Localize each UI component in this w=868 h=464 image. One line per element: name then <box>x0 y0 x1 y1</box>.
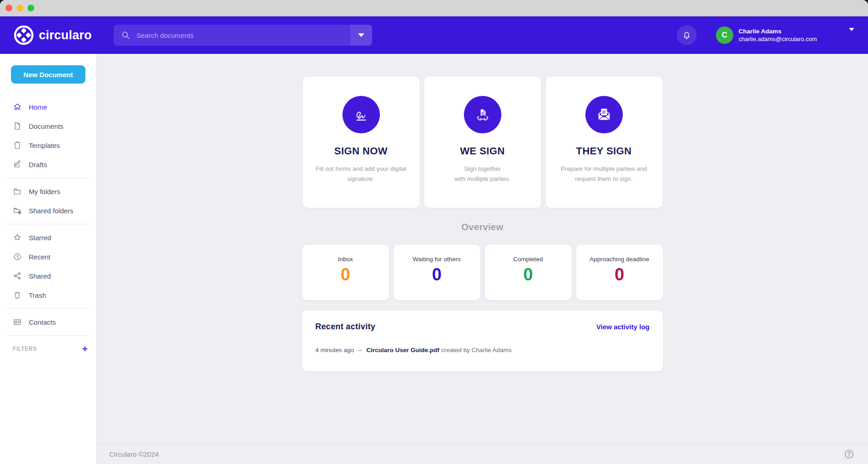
clock-icon <box>13 252 22 261</box>
action-title: SIGN NOW <box>334 145 388 157</box>
stat-label: Waiting for others <box>413 256 461 263</box>
brand-name: circularo <box>39 28 92 42</box>
help-icon[interactable] <box>844 449 854 459</box>
action-description: Sign together with multiple parties. <box>454 164 510 184</box>
avatar: C <box>716 26 733 44</box>
sidebar-nav: Home Documents Templates Drafts M <box>0 97 96 353</box>
stat-value: 0 <box>341 265 350 285</box>
view-activity-log-link[interactable]: View activity log <box>596 323 649 331</box>
stat-completed[interactable]: Completed 0 <box>485 245 572 300</box>
signature-icon <box>342 96 380 133</box>
trash-icon <box>13 290 22 300</box>
brand-logo[interactable]: circularo <box>14 25 92 45</box>
sidebar-item-label: Contacts <box>29 318 56 326</box>
id-card-icon <box>13 317 22 327</box>
stat-value: 0 <box>432 265 442 285</box>
folder-icon <box>13 187 22 196</box>
activity-separator: – <box>358 347 362 353</box>
sidebar-item-label: Drafts <box>29 161 47 169</box>
home-icon <box>13 102 22 111</box>
sidebar-divider <box>6 335 90 336</box>
search-scope-dropdown[interactable] <box>350 25 372 46</box>
share-icon <box>13 271 22 280</box>
star-icon <box>13 233 22 242</box>
sidebar-divider <box>6 178 90 178</box>
circularo-logo-icon <box>14 25 34 45</box>
chevron-down-icon <box>849 31 854 39</box>
edit-icon <box>13 160 22 169</box>
stat-approaching-deadline[interactable]: Approaching deadline 0 <box>576 245 663 300</box>
user-name: Charlie Adams <box>739 27 817 36</box>
new-document-button[interactable]: New Document <box>11 65 85 84</box>
main-area: SIGN NOW Fill out forms and add your dig… <box>97 54 868 464</box>
sidebar-item-templates[interactable]: Templates <box>0 136 96 155</box>
they-sign-card[interactable]: THEY SIGN Prepare for multiple parties a… <box>546 77 663 208</box>
sidebar-item-starred[interactable]: Starred <box>0 228 96 247</box>
sidebar-item-recent[interactable]: Recent <box>0 247 96 266</box>
we-sign-card[interactable]: WE SIGN Sign together with multiple part… <box>424 77 541 208</box>
sidebar-item-my-folders[interactable]: My folders <box>0 182 96 201</box>
recent-activity-title: Recent activity <box>316 322 376 332</box>
close-window-button[interactable] <box>5 5 12 11</box>
sidebar-item-home[interactable]: Home <box>0 97 96 116</box>
clipboard-icon <box>13 141 22 150</box>
sidebar-item-shared[interactable]: Shared <box>0 266 96 285</box>
add-filter-button[interactable]: + <box>82 344 88 353</box>
sidebar-divider <box>6 308 90 309</box>
shared-folder-icon <box>13 206 22 215</box>
hands-document-icon <box>464 96 501 133</box>
activity-time: 4 minutes ago <box>316 347 354 353</box>
stat-inbox[interactable]: Inbox 0 <box>302 245 389 300</box>
filters-section: FILTERS + <box>0 339 96 353</box>
notifications-button[interactable] <box>677 25 697 45</box>
recent-activity-card: Recent activity View activity log 4 minu… <box>302 311 663 371</box>
overview-title: Overview <box>461 222 503 232</box>
sidebar: New Document Home Documents Templates Dr… <box>0 54 97 464</box>
sidebar-item-label: Shared folders <box>29 207 74 215</box>
sign-now-card[interactable]: SIGN NOW Fill out forms and add your dig… <box>303 77 420 208</box>
filters-label: FILTERS <box>13 346 37 352</box>
sidebar-item-label: Shared <box>29 272 51 280</box>
sidebar-item-label: Recent <box>29 253 51 261</box>
sidebar-item-label: Trash <box>29 291 46 299</box>
sidebar-item-documents[interactable]: Documents <box>0 116 96 136</box>
search-bar <box>114 25 372 46</box>
search-icon <box>121 31 130 40</box>
sidebar-item-trash[interactable]: Trash <box>0 285 96 305</box>
sidebar-divider <box>6 224 90 224</box>
stat-waiting-for-others[interactable]: Waiting for others 0 <box>394 245 480 300</box>
minimize-window-button[interactable] <box>16 5 23 11</box>
app-header: circularo C C <box>0 16 868 54</box>
stat-label: Completed <box>513 256 543 263</box>
overview-stats: Inbox 0 Waiting for others 0 Completed 0… <box>302 245 663 300</box>
footer: Circularo ©2024 <box>97 444 868 464</box>
copyright-text: Circularo ©2024 <box>109 450 159 458</box>
maximize-window-button[interactable] <box>27 5 34 11</box>
sidebar-item-drafts[interactable]: Drafts <box>0 155 96 174</box>
action-description: Prepare for multiple parties and request… <box>561 164 647 184</box>
action-title: THEY SIGN <box>576 145 632 157</box>
sidebar-item-label: Templates <box>29 142 60 149</box>
envelope-letter-icon <box>585 96 623 133</box>
activity-description: created by Charlie Adams <box>441 347 512 353</box>
sidebar-item-label: Starred <box>29 234 51 242</box>
stat-value: 0 <box>523 265 533 285</box>
document-icon <box>13 121 22 131</box>
sidebar-item-label: Documents <box>29 122 63 130</box>
sidebar-item-shared-folders[interactable]: Shared folders <box>0 201 96 220</box>
macos-titlebar <box>0 0 868 16</box>
activity-document-name[interactable]: Circularo User Guide.pdf <box>366 347 439 353</box>
sidebar-item-contacts[interactable]: Contacts <box>0 312 96 332</box>
user-email: charlie.adams@circularo.com <box>739 35 817 43</box>
app-window: circularo C C <box>0 0 868 464</box>
search-input[interactable] <box>137 32 350 39</box>
action-description: Fill out forms and add your digital sign… <box>316 164 406 184</box>
bell-icon <box>682 30 692 40</box>
action-cards: SIGN NOW Fill out forms and add your dig… <box>303 77 663 208</box>
content: SIGN NOW Fill out forms and add your dig… <box>97 54 868 444</box>
user-menu[interactable]: C Charlie Adams charlie.adams@circularo.… <box>716 26 854 44</box>
user-meta: Charlie Adams charlie.adams@circularo.co… <box>739 27 817 43</box>
action-title: WE SIGN <box>460 145 505 157</box>
chevron-down-icon <box>358 33 364 37</box>
stat-value: 0 <box>615 265 624 285</box>
